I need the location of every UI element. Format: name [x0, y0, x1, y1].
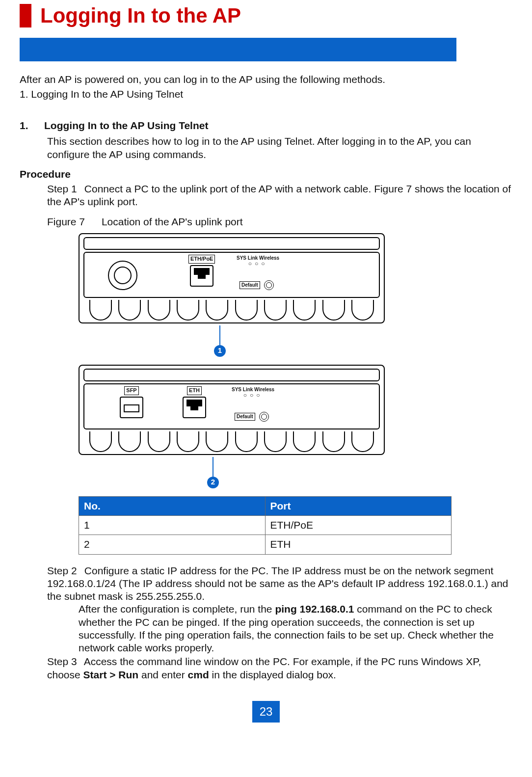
figure-device-1: ETH/PoE SYS Link Wireless ○○○ Default — [79, 233, 383, 488]
intro-line-2: 1. Logging In to the AP Using Telnet — [20, 88, 512, 101]
cell-no: 2 — [79, 535, 266, 554]
page-title: Logging In to the AP — [40, 3, 241, 29]
rj45-port-icon — [183, 397, 206, 418]
cell-port: ETH/PoE — [265, 516, 452, 535]
figure-caption: Figure 7 Location of the AP's uplink por… — [20, 215, 512, 228]
screw-icon — [259, 412, 269, 422]
cell-port: ETH — [265, 535, 452, 554]
sfp-port-icon — [120, 397, 143, 418]
rj45-port-icon — [190, 265, 213, 287]
sfp-label: SFP — [124, 386, 138, 395]
step-1-label: Step 1 — [47, 183, 81, 195]
callout-2: 2 — [207, 457, 219, 488]
eth-poe-label: ETH/PoE — [188, 255, 215, 264]
figure-title: Location of the AP's uplink port — [102, 216, 243, 227]
section-description: This section describes how to log in to … — [20, 135, 512, 161]
leds-label: SYS Link Wireless ○○○ — [232, 387, 274, 399]
section-number: 1. — [20, 119, 44, 132]
table-row: 1 ETH/PoE — [79, 516, 452, 535]
cap-icon — [108, 261, 137, 290]
section-title: Logging In to the AP Using Telnet — [44, 120, 208, 131]
step-2-text-2a: After the configuration is complete, run… — [79, 603, 275, 615]
leds-label: SYS Link Wireless ○○○ — [237, 256, 279, 267]
section-heading: 1.Logging In to the AP Using Telnet — [20, 119, 512, 132]
screw-icon — [264, 280, 274, 290]
step-3-text-c: and enter — [138, 669, 187, 680]
device-illustration-2: SFP ETH SYS Link Wireless ○○○ Default — [79, 365, 385, 455]
procedure-label: Procedure — [20, 168, 512, 181]
device-illustration-1: ETH/PoE SYS Link Wireless ○○○ Default — [79, 233, 385, 323]
start-run-bold: Start > Run — [83, 669, 139, 680]
table-header-row: No. Port — [79, 496, 452, 515]
intro-line-1: After an AP is powered on, you can log i… — [20, 73, 512, 86]
step-2-text-1: Configure a static IP address for the PC… — [47, 565, 508, 602]
figure-label: Figure 7 — [47, 215, 85, 228]
table-header-port: Port — [265, 496, 452, 515]
cmd-bold: cmd — [188, 669, 209, 680]
step-2: Step 2 Configure a static IP address for… — [20, 564, 512, 603]
title-accent — [20, 4, 31, 27]
step-3-text-e: in the displayed dialog box. — [209, 669, 336, 680]
cell-no: 1 — [79, 516, 266, 535]
title-bar: Logging In to the AP — [20, 3, 512, 29]
table-header-no: No. — [79, 496, 266, 515]
step-3-label: Step 3 — [47, 655, 81, 668]
table-row: 2 ETH — [79, 535, 452, 554]
ping-command: ping 192.168.0.1 — [275, 603, 354, 615]
callout-1: 1 — [214, 325, 226, 357]
callout-2-number: 2 — [207, 477, 219, 488]
ports-table: No. Port 1 ETH/PoE 2 ETH — [79, 496, 452, 555]
step-1-text: Connect a PC to the uplink port of the A… — [47, 183, 511, 207]
step-3: Step 3 Access the command line window on… — [20, 655, 512, 681]
callout-1-number: 1 — [214, 345, 226, 357]
page-number: 23 — [252, 701, 280, 723]
default-button-label: Default — [235, 413, 255, 421]
step-2-label: Step 2 — [47, 564, 81, 577]
step-2-continued: After the configuration is complete, run… — [20, 603, 512, 654]
eth-label: ETH — [187, 386, 202, 395]
default-button-label: Default — [239, 281, 260, 290]
header-blue-bar — [20, 38, 456, 61]
step-1: Step 1 Connect a PC to the uplink port o… — [20, 183, 512, 209]
